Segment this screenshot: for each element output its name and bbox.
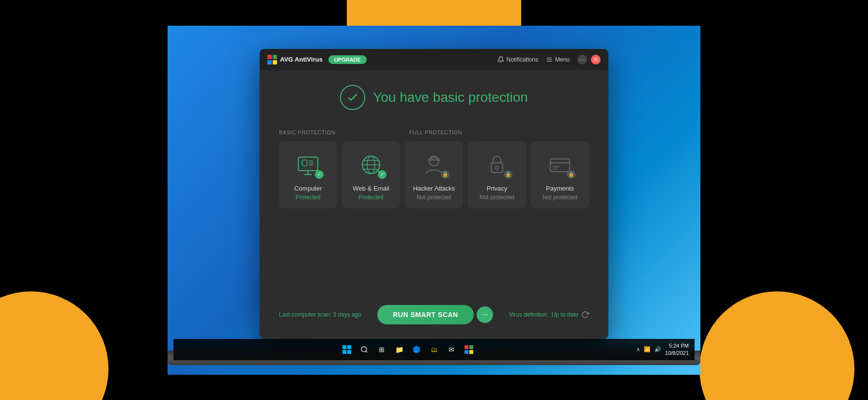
hacker-attacks-card-name: Hacker Attacks: [413, 185, 455, 192]
laptop-screen: AVG AntiVirus UPGRADE Notifications: [168, 26, 700, 351]
computer-status-badge: ✓: [315, 170, 324, 179]
taskbar: ⊞ 📁 🗂 ✉: [173, 339, 695, 351]
last-scan-prefix: Last computer scan:: [279, 311, 333, 318]
svg-rect-28: [347, 350, 351, 350]
svg-rect-2: [267, 60, 272, 64]
menu-button[interactable]: Menu: [546, 56, 570, 63]
svg-rect-33: [469, 350, 473, 350]
svg-rect-21: [550, 159, 570, 172]
notifications-label: Notifications: [507, 56, 538, 63]
files-icon[interactable]: 🗂: [428, 343, 440, 351]
minimize-button[interactable]: —: [577, 55, 587, 64]
taskbar-clock: 5:24 PM 10/8/2021: [665, 342, 689, 350]
main-content: You have basic protection BASIC PROTECTI…: [260, 70, 608, 339]
computer-card[interactable]: ✓ Computer Protected: [279, 141, 337, 208]
edge-icon[interactable]: [410, 343, 423, 351]
section-labels: BASIC PROTECTION FULL PROTECTION: [279, 129, 589, 135]
close-button[interactable]: ✕: [591, 55, 601, 64]
bottom-bar: Last computer scan: 3 days ago RUN SMART…: [279, 300, 589, 324]
laptop: AVG AntiVirus UPGRADE Notifications: [168, 26, 700, 375]
payments-card-status: Not protected: [542, 194, 577, 201]
full-protection-label: FULL PROTECTION: [409, 129, 589, 135]
svg-rect-27: [342, 350, 346, 350]
last-scan: Last computer scan: 3 days ago: [279, 311, 361, 318]
last-scan-value: 3 days ago: [333, 311, 361, 318]
title-prefix: You have: [373, 90, 433, 105]
cards-row: ✓ Computer Protected: [279, 141, 589, 208]
payments-icon-wrap: 🔒: [544, 151, 575, 179]
virus-def-prefix: Virus definition:: [509, 311, 549, 318]
notifications-button[interactable]: Notifications: [497, 56, 538, 63]
avg-window: AVG AntiVirus UPGRADE Notifications: [260, 49, 608, 339]
privacy-card[interactable]: 🔒 Privacy Not protected: [468, 141, 526, 208]
svg-rect-0: [267, 55, 272, 59]
svg-rect-7: [298, 157, 318, 171]
avg-taskbar-icon[interactable]: [463, 343, 475, 351]
web-email-status-badge: ✓: [378, 170, 387, 179]
svg-rect-25: [342, 345, 346, 349]
payments-card[interactable]: 🔒 Payments Not protected: [531, 141, 589, 208]
volume-icon: 🔊: [654, 346, 661, 351]
title-highlight: basic protection: [433, 90, 528, 105]
taskbar-time-value: 5:24 PM: [665, 342, 689, 349]
titlebar-right: Notifications Menu — ✕: [497, 55, 601, 64]
taskbar-date-value: 10/8/2021: [665, 350, 689, 351]
upgrade-button[interactable]: UPGRADE: [328, 55, 367, 64]
checkmark-icon: [346, 91, 359, 104]
hacker-icon-wrap: 🔒: [418, 151, 450, 179]
wifi-icon: 📶: [644, 346, 651, 351]
avg-logo-text: AVG AntiVirus: [280, 56, 323, 63]
bell-icon: [497, 56, 504, 63]
file-explorer-icon[interactable]: 📁: [393, 343, 405, 351]
svg-rect-10: [302, 160, 307, 166]
mail-icon[interactable]: ✉: [445, 343, 458, 351]
window-controls: — ✕: [577, 55, 601, 64]
bg-decoration-right: [699, 291, 854, 400]
svg-rect-31: [469, 345, 473, 349]
payments-status-badge: 🔒: [567, 170, 575, 179]
svg-rect-1: [273, 55, 277, 59]
web-email-card-status: Protected: [358, 194, 383, 201]
computer-card-status: Protected: [295, 194, 320, 201]
web-email-icon-wrap: ✓: [356, 151, 387, 179]
basic-protection-label: BASIC PROTECTION: [279, 129, 409, 135]
svg-rect-32: [465, 350, 468, 350]
titlebar: AVG AntiVirus UPGRADE Notifications: [260, 49, 608, 70]
taskview-icon[interactable]: ⊞: [375, 343, 388, 351]
protection-header: You have basic protection: [340, 85, 528, 110]
search-taskbar-icon[interactable]: [358, 343, 371, 351]
privacy-card-name: Privacy: [487, 185, 508, 192]
avg-logo: AVG AntiVirus: [267, 55, 323, 64]
svg-rect-3: [273, 60, 277, 64]
bg-decoration-left: [0, 291, 108, 400]
payments-card-name: Payments: [546, 185, 574, 192]
computer-card-name: Computer: [294, 185, 322, 192]
privacy-status-badge: 🔒: [504, 170, 512, 179]
run-smart-scan-button[interactable]: RUN SMART SCAN: [377, 305, 474, 324]
web-email-card[interactable]: ✓ Web & Email Protected: [342, 141, 400, 208]
hacker-status-badge: 🔒: [441, 170, 450, 179]
hacker-attacks-card[interactable]: 🔒 Hacker Attacks Not protected: [405, 141, 463, 208]
menu-label: Menu: [555, 56, 570, 63]
virus-def-value: Up to date: [552, 311, 578, 318]
svg-point-19: [496, 166, 498, 169]
protection-title: You have basic protection: [373, 90, 528, 105]
windows-start-icon[interactable]: [341, 343, 353, 351]
avg-logo-icon: [267, 55, 277, 64]
svg-point-29: [361, 347, 367, 351]
scan-more-options-button[interactable]: ···: [477, 306, 493, 323]
taskbar-chevron: ∧: [636, 347, 640, 351]
hacker-attacks-card-status: Not protected: [417, 194, 451, 201]
refresh-icon[interactable]: [581, 311, 589, 319]
check-circle: [340, 85, 365, 110]
cards-section: BASIC PROTECTION FULL PROTECTION: [279, 129, 589, 208]
computer-icon-wrap: ✓: [293, 151, 324, 179]
svg-rect-26: [347, 345, 351, 349]
privacy-card-status: Not protected: [480, 194, 514, 201]
web-email-card-name: Web & Email: [353, 185, 389, 192]
virus-definition: Virus definition: Up to date: [509, 311, 589, 319]
windows-logo-icon: [342, 345, 351, 351]
svg-rect-30: [465, 345, 468, 349]
menu-icon: [546, 56, 553, 63]
scan-button-wrap: RUN SMART SCAN ···: [377, 305, 493, 324]
